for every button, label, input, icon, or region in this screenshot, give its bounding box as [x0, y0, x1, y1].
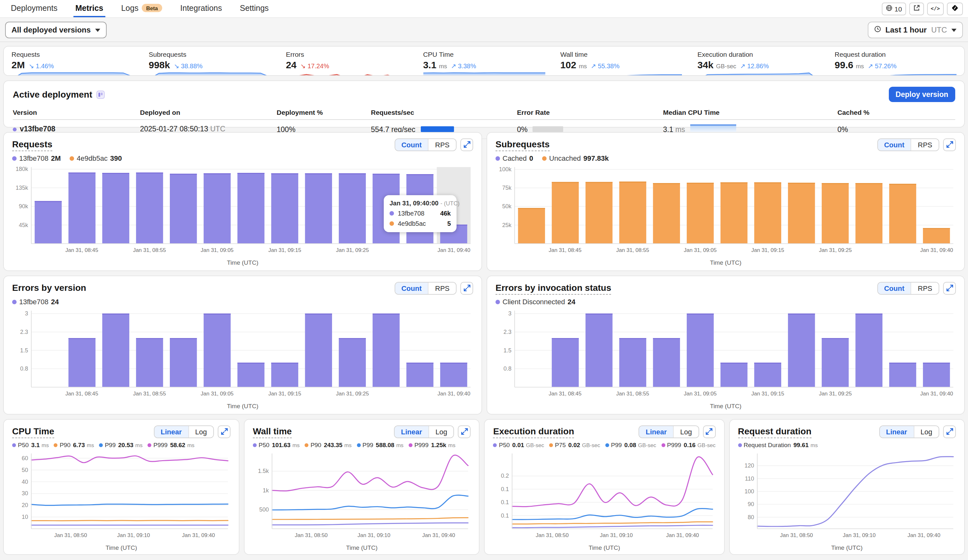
- table-header-row: Version Deployed on Deployment % Request…: [13, 107, 955, 120]
- legend-item[interactable]: P990.08GB-sec: [605, 441, 656, 448]
- series-dot: [70, 156, 74, 160]
- linear-toggle-button[interactable]: Linear: [154, 426, 188, 438]
- linear-toggle-button[interactable]: Linear: [880, 426, 913, 438]
- svg-text:Jan 31, 09:25: Jan 31, 09:25: [336, 391, 369, 397]
- legend-item[interactable]: 13fbe7082M: [12, 154, 61, 162]
- rps-toggle-button[interactable]: RPS: [911, 139, 939, 150]
- svg-text:30: 30: [22, 490, 28, 497]
- errors-by-version-bar-chart[interactable]: 32.31.50.8Jan 31, 08:45Jan 31, 08:55Jan …: [12, 307, 473, 401]
- count-toggle-button[interactable]: Count: [395, 139, 428, 150]
- legend-item[interactable]: Cached0: [496, 154, 533, 162]
- svg-text:3: 3: [25, 310, 28, 317]
- expand-chart-button[interactable]: [458, 425, 471, 438]
- tab-logs[interactable]: LogsBeta: [119, 0, 164, 17]
- svg-text:Jan 31, 09:40: Jan 31, 09:40: [907, 532, 940, 539]
- legend-item[interactable]: Client Disconnected24: [496, 298, 575, 306]
- legend-item[interactable]: Uncached997.83k: [542, 154, 609, 162]
- series-dot: [738, 443, 742, 447]
- open-external-button[interactable]: [909, 2, 923, 15]
- expand-chart-button[interactable]: [703, 425, 716, 438]
- expand-chart-button[interactable]: [943, 282, 956, 295]
- svg-text:Jan 31, 09:40: Jan 31, 09:40: [438, 247, 470, 253]
- legend-item[interactable]: P503.1ms: [12, 441, 49, 448]
- legend-item[interactable]: Request Duration99.61ms: [738, 441, 818, 448]
- delta-badge: ↗ 55.38%: [591, 63, 619, 69]
- app-root: Deployments Metrics LogsBeta Integration…: [0, 0, 968, 560]
- legend-item[interactable]: P90243.35ms: [305, 441, 352, 448]
- log-toggle-button[interactable]: Log: [673, 426, 699, 438]
- svg-text:Jan 31, 08:50: Jan 31, 08:50: [780, 532, 813, 539]
- sparkline: [698, 70, 820, 76]
- count-toggle-button[interactable]: Count: [878, 282, 911, 294]
- time-range-dropdown[interactable]: Last 1 hour UTC: [867, 21, 963, 38]
- linear-toggle-button[interactable]: Linear: [640, 426, 673, 438]
- requests-chart-card: Requests Count RPS 13fbe7082M 4e9db5ac39…: [3, 132, 482, 271]
- expand-chart-button[interactable]: [943, 425, 956, 438]
- svg-text:100k: 100k: [499, 166, 512, 172]
- count-rps-toggle: Count RPS: [877, 282, 939, 295]
- legend-item[interactable]: P906.73ms: [54, 441, 94, 448]
- subrequests-bar-chart[interactable]: 100k75k50k25kJan 31, 08:45Jan 31, 08:55J…: [496, 163, 956, 258]
- svg-text:Jan 31, 09:25: Jan 31, 09:25: [819, 247, 852, 253]
- wall-time-line-chart[interactable]: 1.5k1k500Jan 31, 08:50Jan 31, 09:10Jan 3…: [253, 450, 471, 543]
- legend-item[interactable]: P9991.25kms: [409, 441, 456, 448]
- legend-item[interactable]: P9990.16GB-sec: [661, 441, 716, 448]
- stat-errors: Errors 24↘ 17.24%: [278, 46, 415, 75]
- log-toggle-button[interactable]: Log: [428, 426, 454, 438]
- legend-item[interactable]: 13fbe70824: [12, 298, 59, 306]
- tab-metrics[interactable]: Metrics: [73, 0, 105, 17]
- svg-text:180k: 180k: [16, 166, 28, 172]
- legend-item[interactable]: P99588.08ms: [356, 441, 404, 448]
- svg-text:Jan 31, 08:45: Jan 31, 08:45: [65, 391, 98, 397]
- execution-duration-line-chart[interactable]: 0.20.10.10.1Jan 31, 08:50Jan 31, 09:10Ja…: [493, 450, 716, 543]
- chart-legend: 13fbe70824: [12, 298, 473, 306]
- count-toggle-button[interactable]: Count: [878, 139, 911, 150]
- tab-integrations[interactable]: Integrations: [179, 0, 224, 17]
- svg-text:135k: 135k: [16, 185, 28, 191]
- rps-toggle-button[interactable]: RPS: [428, 282, 456, 294]
- rps-toggle-button[interactable]: RPS: [428, 139, 456, 150]
- series-dot: [54, 443, 58, 447]
- chart-legend: Request Duration99.61ms: [738, 441, 956, 448]
- time-axis-label: Time (UTC): [12, 258, 473, 267]
- count-toggle-button[interactable]: Count: [395, 282, 428, 294]
- log-toggle-button[interactable]: Log: [913, 426, 939, 438]
- legend-item[interactable]: P500.01GB-sec: [493, 441, 544, 448]
- tab-settings[interactable]: Settings: [238, 0, 270, 17]
- code-icon: </>: [931, 6, 940, 12]
- tab-deployments[interactable]: Deployments: [9, 0, 60, 17]
- api-code-button[interactable]: </>: [927, 2, 944, 15]
- legend-item[interactable]: P50101.63ms: [253, 441, 300, 448]
- expand-chart-button[interactable]: [218, 425, 230, 438]
- log-toggle-button[interactable]: Log: [188, 426, 213, 438]
- svg-text:Jan 31, 09:15: Jan 31, 09:15: [268, 247, 301, 253]
- request-duration-line-chart[interactable]: 1201101009080Jan 31, 08:50Jan 31, 09:10J…: [738, 450, 956, 543]
- deploy-version-button[interactable]: Deploy version: [888, 87, 955, 102]
- chart-title: Errors by invocation status: [496, 282, 612, 294]
- cpu-time-line-chart[interactable]: 605040302010Jan 31, 08:50Jan 31, 09:10Ja…: [12, 450, 230, 543]
- expand-chart-button[interactable]: [943, 139, 956, 151]
- linear-toggle-button[interactable]: Linear: [394, 426, 428, 438]
- expand-icon: [946, 427, 953, 436]
- series-dot: [661, 443, 665, 447]
- rps-toggle-button[interactable]: RPS: [911, 282, 939, 294]
- svg-text:Jan 31, 09:40: Jan 31, 09:40: [182, 532, 215, 539]
- preview-urls-button[interactable]: 10: [882, 2, 906, 15]
- legend-item[interactable]: 4e9db5ac390: [70, 154, 122, 162]
- count-rps-toggle: Count RPS: [394, 139, 457, 151]
- expand-chart-button[interactable]: [460, 282, 473, 295]
- errors-by-status-bar-chart[interactable]: 32.31.50.8Jan 31, 08:45Jan 31, 08:55Jan …: [496, 307, 956, 401]
- chart-legend: P503.1ms P906.73ms P9920.53ms P99958.62m…: [12, 441, 230, 448]
- series-dot: [356, 443, 360, 447]
- svg-text:Jan 31, 08:50: Jan 31, 08:50: [536, 532, 569, 539]
- legend-item[interactable]: P750.02GB-sec: [549, 441, 600, 448]
- legend-item[interactable]: P9920.53ms: [99, 441, 143, 448]
- time-axis-label: Time (UTC): [253, 543, 471, 552]
- legend-item[interactable]: P99958.62ms: [148, 441, 195, 448]
- requests-bar-chart[interactable]: 180k135k90k45kJan 31, 08:45Jan 31, 08:55…: [12, 163, 473, 258]
- workers-logo-button[interactable]: [947, 2, 963, 15]
- version-filter-dropdown[interactable]: All deployed versions: [5, 21, 107, 38]
- svg-text:Jan 31, 09:15: Jan 31, 09:15: [751, 247, 784, 253]
- count-rps-toggle: Count RPS: [394, 282, 457, 295]
- expand-chart-button[interactable]: [460, 139, 473, 151]
